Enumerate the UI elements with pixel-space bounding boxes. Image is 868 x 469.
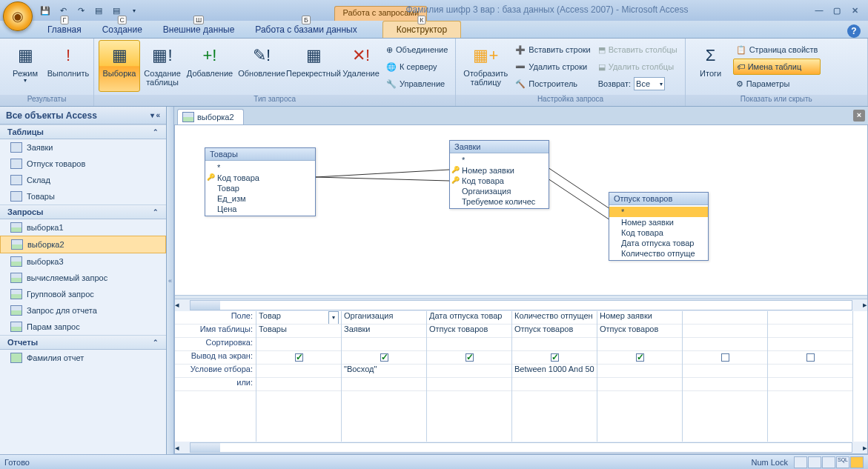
close-tab-icon[interactable]: × bbox=[853, 110, 865, 122]
update-button[interactable]: ✎!Обновление bbox=[236, 40, 287, 92]
nav-item[interactable]: Фамилия отчет bbox=[0, 350, 166, 366]
grid-column[interactable]: ОрганизацияЗаявки"Восход" bbox=[342, 311, 427, 442]
field-row[interactable]: * bbox=[450, 155, 549, 165]
grid-cell[interactable] bbox=[597, 365, 682, 378]
totals-button[interactable]: ΣИтоги bbox=[690, 40, 732, 92]
nav-section-tables[interactable]: Таблицы⌃ bbox=[0, 124, 166, 139]
qat-save-icon[interactable]: 💾 bbox=[37, 2, 53, 19]
tab-external-data[interactable]: Внешние данныеШ bbox=[153, 21, 245, 38]
delete-query-button[interactable]: ✕!Удаление bbox=[340, 40, 382, 92]
nav-item[interactable]: Склад bbox=[0, 172, 166, 188]
nav-section-reports[interactable]: Отчеты⌃ bbox=[0, 335, 166, 350]
grid-cell[interactable] bbox=[768, 365, 852, 378]
field-row[interactable]: Код товара bbox=[609, 227, 708, 238]
nav-item[interactable]: Отпуск товаров bbox=[0, 156, 166, 172]
nav-section-queries[interactable]: Запросы⌃ bbox=[0, 204, 166, 219]
passthrough-button[interactable]: 🌐К серверу bbox=[383, 59, 451, 75]
grid-cell[interactable] bbox=[256, 378, 341, 391]
show-checkbox[interactable] bbox=[636, 353, 644, 362]
minimize-icon[interactable]: — bbox=[812, 4, 826, 16]
field-row[interactable]: Организация bbox=[450, 186, 549, 196]
grid-cell[interactable] bbox=[683, 378, 767, 391]
grid-cell[interactable]: Отпуск товаров bbox=[512, 325, 597, 338]
builder-button[interactable]: 🔨Построитель bbox=[512, 76, 593, 92]
nav-item[interactable]: Заявки bbox=[0, 139, 166, 156]
grid-cell[interactable] bbox=[768, 338, 852, 351]
qat-customize-icon[interactable]: ▾ bbox=[126, 2, 142, 19]
table-names-button[interactable]: 🏷Имена таблиц bbox=[733, 59, 821, 75]
grid-cell[interactable]: Номер заявки bbox=[597, 311, 682, 325]
field-row[interactable]: Ед_изм bbox=[205, 193, 315, 204]
grid-cell[interactable] bbox=[683, 351, 767, 365]
nav-item[interactable]: Товары bbox=[0, 188, 166, 204]
show-checkbox[interactable] bbox=[380, 353, 388, 362]
table-box-otpusk[interactable]: Отпуск товаров *Номер заявкиКод товараДа… bbox=[609, 192, 709, 261]
grid-cell[interactable] bbox=[342, 378, 426, 391]
grid-cell[interactable] bbox=[256, 338, 341, 351]
field-row[interactable]: Номер заявки bbox=[609, 217, 708, 227]
grid-column[interactable] bbox=[768, 311, 853, 442]
grid-cell[interactable] bbox=[768, 325, 852, 338]
grid-cell[interactable] bbox=[256, 365, 341, 378]
diagram-hscroll[interactable]: ◂▸ bbox=[175, 299, 867, 311]
table-box-tovary[interactable]: Товары *Код товараТоварЕд_измЦена bbox=[205, 147, 316, 216]
grid-cell[interactable]: Заявки bbox=[342, 325, 426, 338]
property-sheet-button[interactable]: 📋Страница свойств bbox=[733, 41, 821, 58]
run-button[interactable]: !Выполнить bbox=[47, 40, 89, 92]
view-button[interactable]: ▦Режим▾ bbox=[4, 40, 46, 92]
qat-redo-icon[interactable]: ↷ bbox=[73, 2, 89, 19]
crosstab-button[interactable]: ▦Перекрестный bbox=[288, 40, 339, 92]
show-table-button[interactable]: ▦+Отобразить таблицу bbox=[460, 40, 511, 92]
grid-cell[interactable] bbox=[597, 351, 682, 365]
field-row[interactable]: Код товара bbox=[205, 173, 315, 183]
restore-icon[interactable]: ▢ bbox=[829, 4, 844, 16]
grid-cell[interactable] bbox=[342, 351, 426, 365]
view-chart[interactable] bbox=[822, 456, 835, 468]
document-tab[interactable]: выборка2 bbox=[177, 109, 244, 124]
nav-item[interactable]: выборка2 bbox=[0, 236, 166, 253]
view-sql[interactable]: SQL bbox=[836, 456, 849, 468]
grid-cell[interactable] bbox=[768, 351, 852, 365]
field-row[interactable]: * bbox=[609, 207, 708, 217]
grid-cell[interactable]: Товар▾ bbox=[256, 311, 341, 325]
field-row[interactable]: Количество отпуще bbox=[609, 248, 708, 259]
grid-cell[interactable]: Отпуск товаров bbox=[597, 325, 682, 338]
grid-cell[interactable] bbox=[683, 311, 767, 325]
show-checkbox[interactable] bbox=[466, 353, 474, 362]
show-checkbox[interactable] bbox=[721, 353, 729, 362]
grid-cell[interactable] bbox=[597, 338, 682, 351]
field-row[interactable]: Товар bbox=[205, 183, 315, 193]
nav-item[interactable]: выборка1 bbox=[0, 219, 166, 236]
grid-column[interactable] bbox=[683, 311, 768, 442]
grid-cell[interactable] bbox=[427, 365, 511, 378]
grid-cell[interactable] bbox=[683, 325, 767, 338]
grid-column[interactable]: Дата отпуска товарОтпуск товаров bbox=[427, 311, 512, 442]
union-button[interactable]: ⊕Объединение bbox=[383, 41, 451, 58]
tab-design[interactable]: КонструкторК bbox=[382, 21, 461, 38]
show-checkbox[interactable] bbox=[806, 353, 815, 362]
grid-cell[interactable] bbox=[256, 351, 341, 365]
field-row[interactable]: Цена bbox=[205, 204, 315, 214]
parameters-button[interactable]: ⚙Параметры bbox=[733, 76, 821, 92]
return-combo[interactable]: Возврат: Все▾ bbox=[595, 76, 680, 92]
grid-cell[interactable] bbox=[768, 378, 852, 391]
design-grid[interactable]: Поле:Имя таблицы:Сортировка:Вывод на экр… bbox=[175, 311, 867, 442]
insert-rows-button[interactable]: ➕Вставить строки bbox=[512, 41, 593, 58]
grid-cell[interactable] bbox=[683, 338, 767, 351]
nav-item[interactable]: выборка3 bbox=[0, 253, 166, 270]
field-row[interactable]: Дата отпуска товар bbox=[609, 238, 708, 248]
select-query-button[interactable]: ▦Выборка bbox=[99, 40, 140, 92]
tab-home[interactable]: ГлавнаяГ bbox=[37, 21, 92, 38]
grid-cell[interactable]: "Восход" bbox=[342, 365, 426, 378]
diagram-pane[interactable]: Товары *Код товараТоварЕд_измЦена Заявки… bbox=[175, 125, 867, 295]
grid-cell[interactable]: Дата отпуска товар bbox=[427, 311, 511, 325]
grid-cell[interactable] bbox=[427, 378, 511, 391]
nav-item[interactable]: вычисляемый запрос bbox=[0, 270, 166, 286]
grid-cell[interactable]: Between 1000 And 50 bbox=[512, 365, 597, 378]
navpane-collapse[interactable]: « bbox=[167, 107, 174, 454]
grid-cell[interactable]: Отпуск товаров bbox=[427, 325, 511, 338]
tab-database-tools[interactable]: Работа с базами данныхБ bbox=[245, 21, 367, 38]
table-box-zayavki[interactable]: Заявки *Номер заявкиКод товараОрганизаци… bbox=[449, 140, 549, 209]
grid-cell[interactable] bbox=[342, 338, 426, 351]
grid-cell[interactable]: Количество отпущен bbox=[512, 311, 597, 325]
